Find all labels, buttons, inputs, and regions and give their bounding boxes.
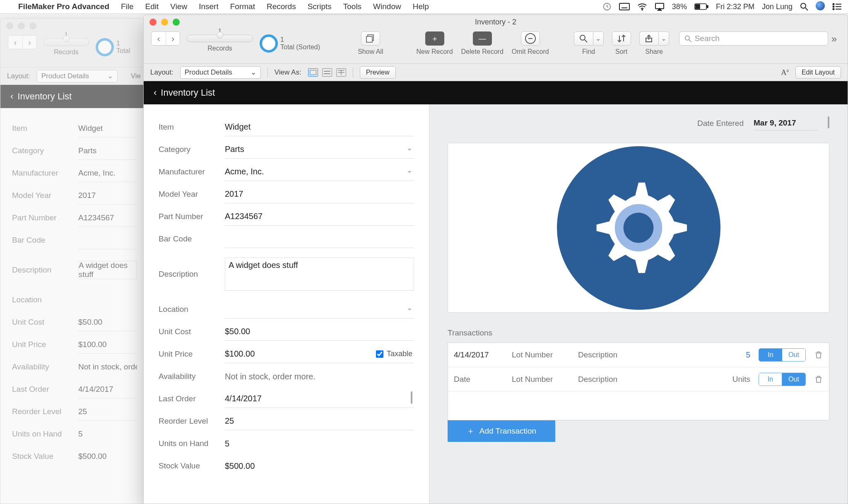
unitprice-field[interactable]: $100.00 Taxable — [225, 345, 414, 363]
transaction-lot[interactable]: Lot Number — [512, 375, 570, 384]
show-all-button[interactable] — [361, 31, 380, 46]
inout-out[interactable]: Out — [782, 349, 805, 361]
found-set-pie-icon[interactable] — [96, 38, 114, 56]
omit-record-button[interactable] — [521, 31, 540, 46]
spotlight-icon[interactable] — [800, 2, 808, 11]
next-record-button[interactable]: › — [166, 32, 180, 45]
barcode-field[interactable] — [225, 230, 414, 248]
reorder-field[interactable]: 25 — [78, 403, 137, 421]
next-record-button[interactable]: › — [22, 36, 36, 49]
transaction-date[interactable]: 4/14/2017 — [454, 350, 504, 359]
item-field[interactable]: Widget — [78, 119, 137, 137]
transaction-units[interactable]: 5 — [717, 350, 750, 359]
share-button[interactable]: ⌄ — [639, 31, 669, 46]
inout-toggle[interactable]: InOut — [759, 348, 806, 362]
menu-tools[interactable]: Tools — [343, 2, 361, 11]
lastorder-field[interactable]: 4/14/2017 — [78, 380, 137, 398]
trash-icon[interactable] — [814, 350, 823, 359]
menu-insert[interactable]: Insert — [199, 2, 219, 11]
lastorder-field[interactable]: 4/14/2017 — [225, 390, 414, 408]
inventory-list-header[interactable]: ‹ Inventory List — [144, 81, 848, 104]
trash-icon[interactable] — [814, 375, 823, 384]
inout-out[interactable]: Out — [782, 373, 805, 386]
battery-icon[interactable] — [694, 3, 708, 10]
inout-toggle[interactable]: InOut — [759, 373, 806, 386]
airplay-icon[interactable] — [655, 2, 665, 11]
manufacturer-field[interactable]: Acme, Inc. — [78, 164, 137, 182]
app-name[interactable]: FileMaker Pro Advanced — [18, 2, 109, 11]
record-nav[interactable]: ‹ › — [8, 35, 37, 49]
notification-center-icon[interactable] — [832, 3, 841, 10]
found-set-pie-icon[interactable] — [260, 34, 278, 53]
add-transaction-button[interactable]: ＋ Add Transaction — [448, 420, 555, 442]
prev-record-button[interactable]: ‹ — [152, 32, 166, 45]
inout-in[interactable]: In — [759, 373, 782, 386]
siri-icon[interactable] — [816, 1, 825, 12]
clock[interactable]: Fri 2:32 PM — [716, 2, 754, 11]
record-nav[interactable]: ‹ › — [151, 31, 180, 46]
transaction-desc[interactable]: Description — [578, 375, 709, 384]
unitcost-field[interactable]: $50.00 — [78, 313, 137, 331]
modelyear-field[interactable]: 2017 — [225, 185, 414, 203]
record-slider[interactable]: 1 — [187, 35, 253, 42]
date-entered-field[interactable]: Mar 9, 2017 — [754, 116, 818, 130]
location-field[interactable] — [78, 291, 137, 309]
menu-format[interactable]: Format — [230, 2, 255, 11]
category-field[interactable]: Parts — [225, 140, 414, 159]
transaction-lot[interactable]: Lot Number — [512, 350, 570, 359]
delete-record-button[interactable]: — — [473, 31, 492, 46]
barcode-field[interactable] — [78, 231, 137, 249]
product-image-container[interactable] — [448, 143, 829, 313]
layout-select[interactable]: Product Details ⌄ — [37, 70, 118, 82]
preview-button[interactable]: Preview — [360, 66, 396, 79]
description-field[interactable]: A widget does stuff — [78, 261, 137, 279]
viewas-form-button[interactable] — [308, 68, 318, 77]
find-button[interactable]: ⌄ — [574, 31, 604, 46]
transaction-units[interactable]: Units — [717, 375, 750, 384]
menu-help[interactable]: Help — [413, 2, 429, 11]
edit-layout-button[interactable]: Edit Layout — [795, 66, 841, 79]
item-field[interactable]: Widget — [225, 118, 414, 136]
inventory-list-header[interactable]: ‹ Inventory List — [0, 85, 144, 108]
taxable-checkbox[interactable]: Taxable — [376, 350, 412, 358]
menu-file[interactable]: File — [121, 2, 134, 11]
viewas-table-button[interactable] — [336, 68, 346, 77]
prev-record-button[interactable]: ‹ — [8, 36, 22, 49]
layout-select[interactable]: Product Details ⌄ — [180, 66, 261, 79]
transaction-desc[interactable]: Description — [578, 350, 709, 359]
share-dropdown[interactable]: ⌄ — [658, 31, 669, 46]
inout-in[interactable]: In — [759, 349, 782, 361]
menu-records[interactable]: Records — [267, 2, 296, 11]
traffic-lights[interactable] — [6, 22, 36, 29]
modelyear-field[interactable]: 2017 — [78, 186, 137, 205]
formatting-bar-toggle-icon[interactable]: Aa — [781, 68, 789, 77]
transaction-row[interactable]: 4/14/2017 Lot Number Description 5 InOut — [448, 343, 829, 367]
keyboard-icon[interactable] — [619, 3, 630, 10]
unitcost-field[interactable]: $50.00 — [225, 323, 414, 341]
unitprice-field[interactable]: $100.00 — [78, 335, 137, 354]
calendar-icon[interactable] — [411, 394, 412, 403]
search-input[interactable]: Search — [679, 31, 828, 46]
find-dropdown[interactable]: ⌄ — [593, 31, 604, 46]
reorder-field[interactable]: 25 — [225, 412, 414, 430]
partnumber-field[interactable]: A1234567 — [78, 209, 137, 227]
viewas-list-button[interactable] — [322, 68, 332, 77]
menu-edit[interactable]: Edit — [145, 2, 159, 11]
toolbar-overflow-icon[interactable]: » — [828, 31, 840, 46]
wifi-icon[interactable] — [637, 3, 647, 10]
calendar-icon[interactable] — [828, 119, 829, 128]
user-name[interactable]: Jon Lung — [762, 2, 793, 11]
description-field[interactable]: A widget does stuff — [225, 258, 414, 291]
timemachine-icon[interactable] — [602, 2, 612, 11]
record-slider[interactable]: 1 — [43, 39, 89, 46]
transaction-date[interactable]: Date — [454, 375, 504, 384]
manufacturer-field[interactable]: Acme, Inc. — [225, 163, 414, 181]
location-field[interactable] — [225, 300, 414, 318]
menu-window[interactable]: Window — [373, 2, 401, 11]
partnumber-field[interactable]: A1234567 — [225, 207, 414, 226]
menu-view[interactable]: View — [170, 2, 187, 11]
menu-scripts[interactable]: Scripts — [308, 2, 332, 11]
sort-button[interactable] — [612, 31, 631, 46]
transaction-row[interactable]: Date Lot Number Description Units InOut — [448, 367, 829, 391]
category-field[interactable]: Parts — [78, 142, 137, 160]
